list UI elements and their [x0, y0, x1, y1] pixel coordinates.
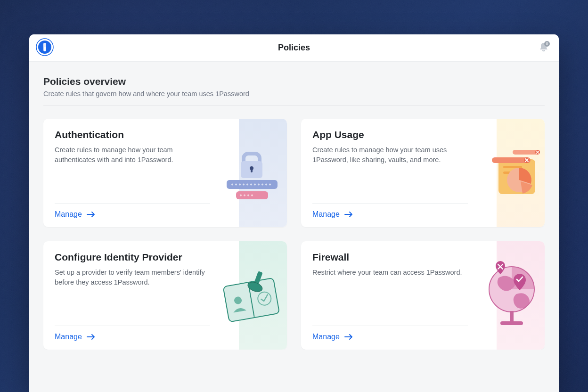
card-description: Create rules to manage how your team aut… — [55, 145, 210, 165]
card-title: App Usage — [312, 129, 533, 140]
app-logo-icon — [36, 38, 54, 58]
page-title: Policies — [278, 43, 310, 53]
arrow-right-icon — [344, 211, 353, 218]
overview-heading: Policies overview — [43, 76, 545, 87]
policy-card-authentication: Authentication Create rules to manage ho… — [43, 119, 287, 227]
card-description: Restrict where your team can access 1Pas… — [312, 268, 468, 278]
card-description: Set up a provider to verify team members… — [55, 268, 210, 287]
section-divider — [43, 105, 545, 106]
svg-rect-3 — [43, 43, 46, 47]
manage-button[interactable]: Manage — [312, 210, 353, 219]
notifications-button[interactable]: 0 — [539, 42, 548, 54]
manage-button[interactable]: Manage — [312, 333, 353, 341]
card-description: Create rules to manage how your team use… — [312, 145, 468, 165]
topbar: Policies 0 — [29, 34, 559, 62]
manage-label: Manage — [55, 210, 82, 219]
notification-count-badge: 0 — [544, 41, 550, 47]
manage-button[interactable]: Manage — [55, 333, 95, 341]
manage-label: Manage — [312, 333, 340, 341]
card-title: Authentication — [55, 129, 276, 140]
policy-card-app-usage: App Usage Create rules to manage how you… — [301, 119, 545, 227]
app-window: Policies 0 Policies overview Create rule… — [29, 34, 559, 392]
policy-cards-grid: Authentication Create rules to manage ho… — [43, 119, 545, 350]
arrow-right-icon — [87, 211, 95, 218]
arrow-right-icon — [344, 334, 353, 340]
content-area: Policies overview Create rules that gove… — [29, 62, 559, 350]
manage-label: Manage — [55, 333, 82, 341]
arrow-right-icon — [87, 334, 95, 340]
policy-card-firewall: Firewall Restrict where your team can ac… — [301, 241, 545, 350]
card-title: Firewall — [312, 252, 533, 263]
manage-label: Manage — [312, 210, 340, 219]
overview-subtitle: Create rules that govern how and where y… — [43, 90, 545, 105]
policy-card-identity-provider: Configure Identity Provider Set up a pro… — [43, 241, 287, 350]
manage-button[interactable]: Manage — [55, 210, 95, 219]
card-title: Configure Identity Provider — [55, 252, 276, 263]
